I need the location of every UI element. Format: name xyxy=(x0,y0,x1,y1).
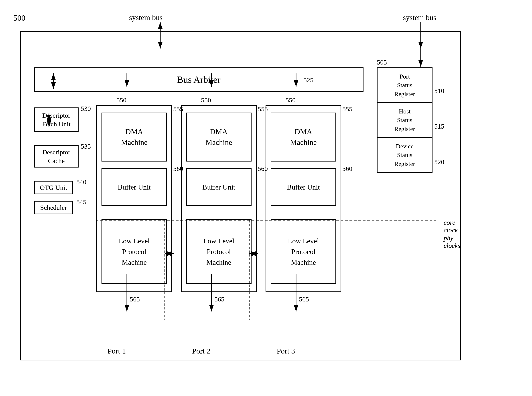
dma-machine-1: DMAMachine xyxy=(101,113,167,162)
ref-525: 525 xyxy=(303,76,313,84)
buffer-unit-2-label: Buffer Unit xyxy=(202,183,235,191)
ref-530: 530 xyxy=(81,105,91,112)
ref-565-1: 565 xyxy=(130,296,140,303)
ref-555-1: 555 xyxy=(173,105,183,113)
phy-clocks-label: phyclocks xyxy=(444,234,460,249)
buffer-unit-2: Buffer Unit xyxy=(186,168,252,206)
dma-machine-1-label: DMAMachine xyxy=(121,126,148,147)
ref-550-1: 550 xyxy=(116,96,126,104)
port-1-label: Port 1 xyxy=(107,347,126,355)
ref-550-3: 550 xyxy=(286,96,296,104)
scheduler-box: Scheduler xyxy=(34,201,73,214)
port-channel-1: DMAMachine Buffer Unit Low LevelProtocol… xyxy=(96,105,172,292)
main-box: Bus Arbiter DescriptorFetch Unit Descrip… xyxy=(20,31,461,361)
dma-machine-3-label: DMAMachine xyxy=(290,126,317,147)
ref-565-2: 565 xyxy=(214,296,224,303)
llpm-2: Low LevelProtocolMachine xyxy=(186,219,252,284)
buffer-unit-3-label: Buffer Unit xyxy=(287,183,320,191)
bus-arbiter-box: Bus Arbiter xyxy=(34,67,363,92)
llpm-3: Low LevelProtocolMachine xyxy=(271,219,336,284)
ref-545: 545 xyxy=(76,198,86,206)
ref-560-3: 560 xyxy=(342,165,352,172)
descriptor-cache-label: DescriptorCache xyxy=(42,148,71,165)
dma-machine-3: DMAMachine xyxy=(271,113,336,162)
buffer-unit-1-label: Buffer Unit xyxy=(118,183,151,191)
ref-520: 520 xyxy=(434,158,444,166)
ref-540: 540 xyxy=(76,178,86,186)
ref-535: 535 xyxy=(81,143,91,150)
buffer-unit-1: Buffer Unit xyxy=(101,168,167,206)
system-bus-right-label: system bus xyxy=(403,13,436,22)
ref-565-3: 565 xyxy=(299,296,309,303)
bus-arbiter-label: Bus Arbiter xyxy=(177,74,221,85)
port-status-register-box: PortStatusRegister xyxy=(377,67,432,103)
right-panel: PortStatusRegister HostStatusRegister De… xyxy=(377,67,441,173)
buffer-unit-3: Buffer Unit xyxy=(271,168,336,206)
device-status-register-label: DeviceStatusRegister xyxy=(394,142,415,168)
descriptor-cache-box: DescriptorCache xyxy=(34,145,79,168)
llpm-1-label: Low LevelProtocolMachine xyxy=(119,236,150,268)
port-status-register-label: PortStatusRegister xyxy=(394,72,415,98)
ref-555-2: 555 xyxy=(258,105,268,113)
port-channel-3: DMAMachine Buffer Unit Low LevelProtocol… xyxy=(266,105,341,292)
ref-555-3: 555 xyxy=(342,105,352,113)
port-channel-2: DMAMachine Buffer Unit Low LevelProtocol… xyxy=(181,105,257,292)
system-bus-left-label: system bus xyxy=(129,13,162,22)
ref-505: 505 xyxy=(377,58,387,66)
ref-560-2: 560 xyxy=(258,165,268,172)
ref-515: 515 xyxy=(434,122,444,130)
ref-550-2: 550 xyxy=(201,96,211,104)
device-status-register-box: DeviceStatusRegister xyxy=(377,137,432,173)
otg-unit-box: OTG Unit xyxy=(34,181,73,194)
ref-560-1: 560 xyxy=(173,165,183,172)
descriptor-fetch-label: DescriptorFetch Unit xyxy=(42,111,71,128)
otg-unit-label: OTG Unit xyxy=(40,184,67,191)
scheduler-label: Scheduler xyxy=(40,204,67,211)
dma-machine-2-label: DMAMachine xyxy=(206,126,232,147)
descriptor-fetch-box: DescriptorFetch Unit xyxy=(34,107,79,132)
host-status-register-label: HostStatusRegister xyxy=(394,107,415,133)
core-clock-label: coreclock xyxy=(444,219,458,234)
figure-label: 500 xyxy=(13,13,25,23)
llpm-3-label: Low LevelProtocolMachine xyxy=(288,236,319,268)
port-3-label: Port 3 xyxy=(277,347,295,355)
ref-510: 510 xyxy=(434,87,444,94)
host-status-register-box: HostStatusRegister xyxy=(377,102,432,138)
llpm-1: Low LevelProtocolMachine xyxy=(101,219,167,284)
port-2-label: Port 2 xyxy=(192,347,210,355)
dma-machine-2: DMAMachine xyxy=(186,113,252,162)
llpm-2-label: Low LevelProtocolMachine xyxy=(203,236,234,268)
